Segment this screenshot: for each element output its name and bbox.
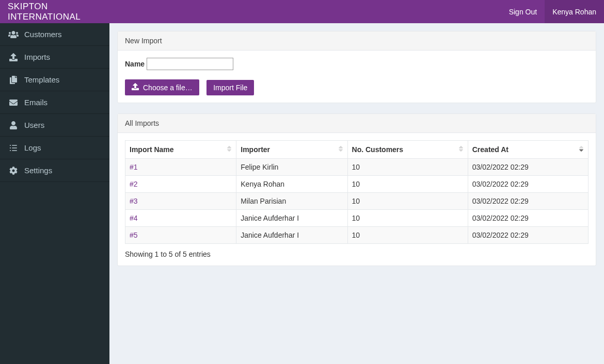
- created-cell: 03/02/2022 02:29: [468, 193, 588, 210]
- col-no-customers[interactable]: No. Customers: [347, 141, 468, 159]
- sidebar-item-imports[interactable]: Imports: [0, 46, 109, 69]
- table-row: #5Janice Aufderhar I1003/02/2022 02:29: [125, 227, 589, 244]
- all-imports-title: All Imports: [118, 114, 596, 133]
- import-name-link[interactable]: #1: [125, 159, 236, 176]
- col-import-name[interactable]: Import Name: [125, 141, 236, 159]
- created-cell: 03/02/2022 02:29: [468, 210, 588, 227]
- topbar: SKIPTON INTERNATIONAL Sign Out Kenya Roh…: [0, 0, 604, 23]
- brand-title: SKIPTON INTERNATIONAL: [0, 2, 109, 22]
- importer-cell: Milan Parisian: [236, 193, 347, 210]
- name-label: Name: [125, 60, 145, 68]
- choose-file-label: Choose a file…: [143, 84, 193, 92]
- sign-out-link[interactable]: Sign Out: [501, 0, 545, 23]
- importer-cell: Janice Aufderhar I: [236, 227, 347, 244]
- sort-icon: [458, 145, 464, 154]
- sidebar-item-users[interactable]: Users: [0, 114, 109, 137]
- sidebar-item-emails[interactable]: Emails: [0, 91, 109, 114]
- copy-icon: [8, 75, 19, 85]
- created-cell: 03/02/2022 02:29: [468, 159, 588, 176]
- envelope-icon: [8, 98, 19, 107]
- table-row: #3Milan Parisian1003/02/2022 02:29: [125, 193, 589, 210]
- upload-icon: [132, 83, 139, 92]
- created-cell: 03/02/2022 02:29: [468, 227, 588, 244]
- created-cell: 03/02/2022 02:29: [468, 176, 588, 193]
- count-cell: 10: [347, 210, 468, 227]
- imports-table: Import Name Importer: [125, 140, 589, 244]
- sidebar-item-label: Customers: [24, 30, 62, 39]
- table-row: #4Janice Aufderhar I1003/02/2022 02:29: [125, 210, 589, 227]
- upload-icon: [8, 53, 19, 62]
- table-row: #2Kenya Rohan1003/02/2022 02:29: [125, 176, 589, 193]
- all-imports-panel: All Imports Import Name Import: [117, 113, 596, 266]
- sidebar-item-settings[interactable]: Settings: [0, 159, 109, 182]
- sidebar-item-label: Emails: [24, 98, 47, 107]
- sort-icon: [338, 145, 343, 154]
- new-import-panel: New Import Name Choose a file… Import Fi…: [117, 31, 596, 103]
- sidebar-item-label: Logs: [24, 143, 41, 152]
- user-icon: [8, 121, 19, 130]
- sidebar-item-templates[interactable]: Templates: [0, 69, 109, 91]
- importer-cell: Kenya Rohan: [236, 176, 347, 193]
- list-icon: [8, 143, 19, 153]
- sidebar-item-label: Imports: [24, 53, 50, 61]
- sort-icon: [227, 145, 232, 154]
- import-name-link[interactable]: #3: [125, 193, 236, 210]
- users-icon: [8, 30, 19, 39]
- sort-desc-icon: [579, 145, 584, 154]
- import-file-button[interactable]: Import File: [206, 80, 254, 95]
- count-cell: 10: [347, 176, 468, 193]
- import-name-link[interactable]: #4: [125, 210, 236, 227]
- sidebar-item-label: Users: [24, 121, 44, 129]
- importer-cell: Janice Aufderhar I: [236, 210, 347, 227]
- sidebar-item-logs[interactable]: Logs: [0, 137, 109, 159]
- count-cell: 10: [347, 227, 468, 244]
- count-cell: 10: [347, 159, 468, 176]
- name-input[interactable]: [147, 58, 233, 70]
- main-content: New Import Name Choose a file… Import Fi…: [109, 23, 604, 364]
- import-file-label: Import File: [213, 84, 247, 92]
- new-import-title: New Import: [118, 31, 596, 51]
- table-entries-info: Showing 1 to 5 of 5 entries: [125, 244, 589, 258]
- import-name-link[interactable]: #2: [125, 176, 236, 193]
- importer-cell: Felipe Kirlin: [236, 159, 347, 176]
- choose-file-button[interactable]: Choose a file…: [125, 79, 199, 95]
- cogs-icon: [8, 166, 19, 175]
- col-importer[interactable]: Importer: [236, 141, 347, 159]
- import-name-link[interactable]: #5: [125, 227, 236, 244]
- sidebar-item-customers[interactable]: Customers: [0, 23, 109, 46]
- user-menu[interactable]: Kenya Rohan: [545, 0, 604, 23]
- table-row: #1Felipe Kirlin1003/02/2022 02:29: [125, 159, 589, 176]
- sidebar-item-label: Templates: [24, 75, 59, 84]
- sidebar: Customers Imports Templates Emails Users: [0, 23, 109, 364]
- count-cell: 10: [347, 193, 468, 210]
- sidebar-item-label: Settings: [24, 166, 52, 175]
- col-created-at[interactable]: Created At: [468, 141, 588, 159]
